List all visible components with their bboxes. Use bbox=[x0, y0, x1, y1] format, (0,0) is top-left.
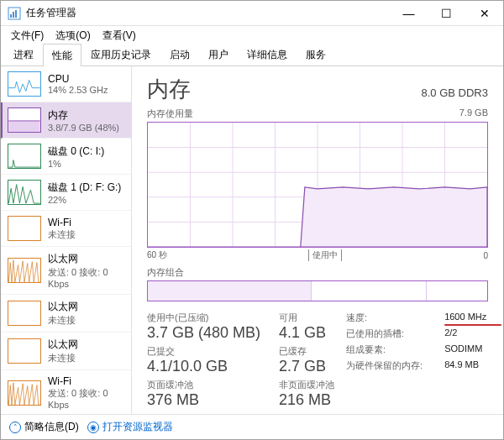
tab-services[interactable]: 服务 bbox=[297, 43, 335, 65]
memory-usage-chart[interactable] bbox=[147, 122, 488, 248]
disk-thumb-icon bbox=[8, 144, 41, 169]
stat-speed-label: 速度: bbox=[346, 312, 423, 324]
sidebar-item-cpu[interactable]: CPU14% 2.53 GHz bbox=[1, 66, 131, 102]
sidebar-item-ethernet[interactable]: 以太网未连接 bbox=[1, 295, 131, 333]
sidebar-item-label: 以太网 bbox=[48, 300, 78, 314]
axis-right: 0 bbox=[483, 251, 488, 260]
menu-view[interactable]: 查看(V) bbox=[97, 27, 141, 45]
stat-committed: 已提交4.1/10.0 GB bbox=[147, 345, 260, 375]
tab-startup[interactable]: 启动 bbox=[160, 43, 199, 65]
main-panel: 内存 8.0 GB DDR3 内存使用量 7.9 GB 60 秒 使用中 bbox=[132, 66, 503, 414]
close-button[interactable]: ✕ bbox=[465, 1, 503, 25]
task-manager-window: 任务管理器 — ☐ ✕ 文件(F) 选项(O) 查看(V) 进程 性能 应用历史… bbox=[0, 0, 504, 440]
footer: ˄简略信息(D) ◉打开资源监视器 bbox=[1, 414, 503, 439]
sidebar-item-sub: 22% bbox=[48, 195, 121, 205]
stat-in-use: 使用中(已压缩)3.7 GB (480 MB) bbox=[147, 312, 260, 342]
svg-rect-2 bbox=[13, 12, 14, 18]
main-header: 内存 8.0 GB DDR3 bbox=[147, 75, 488, 104]
app-icon bbox=[8, 7, 21, 20]
window-title: 任务管理器 bbox=[26, 6, 390, 20]
ethernet-thumb-icon bbox=[8, 338, 41, 364]
sidebar-item-label: CPU bbox=[48, 73, 108, 85]
sidebar-item-label: Wi-Fi bbox=[48, 375, 124, 387]
sidebar-item-disk0[interactable]: 磁盘 0 (C: I:)1% bbox=[1, 139, 131, 175]
chevron-up-icon: ˄ bbox=[9, 422, 21, 433]
axis-mid: 使用中 bbox=[308, 249, 342, 261]
stats-right: 速度:1600 MHz 已使用的插槽:2/2 组成要素:SODIMM 为硬件保留… bbox=[346, 312, 486, 409]
sidebar-item-sub: 未连接 bbox=[48, 352, 78, 364]
tab-processes[interactable]: 进程 bbox=[4, 43, 43, 65]
svg-rect-4 bbox=[8, 121, 39, 132]
menu-file[interactable]: 文件(F) bbox=[6, 27, 49, 45]
tabbar: 进程 性能 应用历史记录 启动 用户 详细信息 服务 bbox=[1, 45, 503, 66]
stat-form-label: 组成要素: bbox=[346, 343, 423, 356]
stats-left: 使用中(已压缩)3.7 GB (480 MB) 可用4.1 GB 已提交4.1/… bbox=[147, 312, 334, 409]
stat-available: 可用4.1 GB bbox=[279, 312, 334, 342]
sidebar-item-sub: 未连接 bbox=[48, 314, 78, 327]
sidebar-item-ethernet[interactable]: 以太网未连接 bbox=[1, 333, 131, 370]
sidebar-item-memory[interactable]: 内存3.8/7.9 GB (48%) bbox=[1, 102, 131, 139]
sidebar-item-ethernet[interactable]: 以太网发送: 0 接收: 0 Kbps bbox=[1, 247, 131, 295]
stat-reserved-value: 84.9 MB bbox=[444, 359, 486, 372]
tab-details[interactable]: 详细信息 bbox=[238, 43, 297, 65]
sidebar-item-sub: 3.8/7.9 GB (48%) bbox=[48, 123, 119, 133]
stat-nonpaged-pool: 非页面缓冲池216 MB bbox=[279, 379, 334, 409]
minimize-button[interactable]: — bbox=[390, 1, 428, 25]
cpu-thumb-icon bbox=[8, 71, 41, 97]
sidebar-item-label: 以太网 bbox=[48, 252, 124, 266]
sidebar-item-wifi[interactable]: Wi-Fi未连接 bbox=[1, 211, 131, 247]
tab-users[interactable]: 用户 bbox=[199, 43, 238, 65]
sidebar-item-label: 磁盘 0 (C: I:) bbox=[48, 144, 104, 159]
sidebar-item-label: 磁盘 1 (D: F: G:) bbox=[48, 181, 121, 195]
stat-slots-label: 已使用的插槽: bbox=[346, 327, 423, 340]
sidebar-item-disk1[interactable]: 磁盘 1 (D: F: G:)22% bbox=[1, 175, 131, 211]
memory-spec: 8.0 GB DDR3 bbox=[422, 86, 488, 99]
composition-label: 内存组合 bbox=[147, 266, 488, 279]
disk-thumb-icon bbox=[8, 180, 41, 205]
memory-thumb-icon bbox=[8, 107, 41, 133]
stat-speed-value: 1600 MHz bbox=[444, 312, 486, 324]
usage-max: 7.9 GB bbox=[459, 107, 488, 120]
fewer-details-button[interactable]: ˄简略信息(D) bbox=[9, 420, 79, 434]
stat-reserved-label: 为硬件保留的内存: bbox=[346, 359, 423, 372]
sidebar-item-sub: 14% 2.53 GHz bbox=[48, 85, 108, 95]
window-controls: — ☐ ✕ bbox=[390, 1, 503, 25]
wifi-thumb-icon bbox=[8, 216, 41, 241]
stat-slots-value: 2/2 bbox=[444, 327, 486, 340]
monitor-icon: ◉ bbox=[87, 422, 99, 433]
ethernet-thumb-icon bbox=[8, 258, 41, 283]
titlebar: 任务管理器 — ☐ ✕ bbox=[1, 1, 503, 26]
wifi-thumb-icon bbox=[8, 380, 41, 406]
tab-app-history[interactable]: 应用历史记录 bbox=[81, 43, 160, 65]
menu-options[interactable]: 选项(O) bbox=[50, 27, 95, 45]
sidebar-item-sub: 1% bbox=[48, 159, 104, 169]
sidebar[interactable]: CPU14% 2.53 GHz 内存3.8/7.9 GB (48%) 磁盘 0 … bbox=[1, 66, 132, 414]
axis-left: 60 秒 bbox=[147, 249, 167, 261]
stat-form-value: SODIMM bbox=[444, 343, 486, 356]
sidebar-item-wifi[interactable]: Wi-Fi发送: 0 接收: 0 Kbps bbox=[1, 370, 131, 414]
svg-rect-1 bbox=[10, 14, 12, 18]
sidebar-item-label: 内存 bbox=[48, 108, 119, 123]
svg-rect-3 bbox=[15, 10, 17, 18]
stat-cached: 已缓存2.7 GB bbox=[279, 345, 334, 375]
sidebar-item-label: 以太网 bbox=[48, 338, 78, 352]
open-resource-monitor-link[interactable]: ◉打开资源监视器 bbox=[87, 420, 173, 434]
usage-label: 内存使用量 bbox=[147, 107, 193, 120]
sidebar-item-sub: 发送: 0 接收: 0 Kbps bbox=[48, 387, 124, 410]
ethernet-thumb-icon bbox=[8, 301, 41, 326]
content-area: CPU14% 2.53 GHz 内存3.8/7.9 GB (48%) 磁盘 0 … bbox=[1, 66, 503, 414]
sidebar-item-label: Wi-Fi bbox=[48, 217, 76, 228]
menubar: 文件(F) 选项(O) 查看(V) bbox=[1, 26, 503, 45]
sidebar-item-sub: 未连接 bbox=[48, 228, 76, 241]
stats: 使用中(已压缩)3.7 GB (480 MB) 可用4.1 GB 已提交4.1/… bbox=[147, 312, 488, 409]
stat-paged-pool: 页面缓冲池376 MB bbox=[147, 379, 260, 409]
sidebar-item-sub: 发送: 0 接收: 0 Kbps bbox=[48, 266, 124, 289]
maximize-button[interactable]: ☐ bbox=[428, 1, 465, 25]
page-title: 内存 bbox=[147, 75, 191, 104]
memory-composition-chart[interactable] bbox=[147, 280, 488, 301]
tab-performance[interactable]: 性能 bbox=[43, 44, 81, 66]
